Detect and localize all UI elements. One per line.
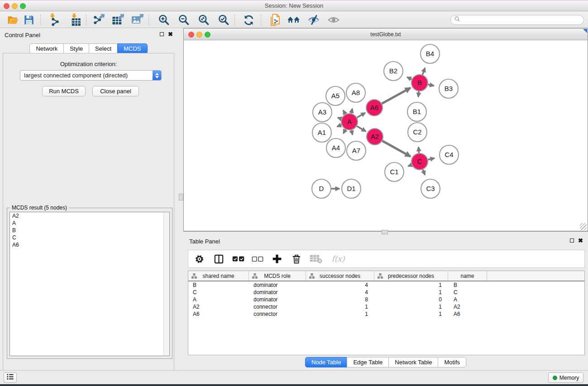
graph-node-B2[interactable]: B2 — [384, 62, 403, 81]
graph-node-C2[interactable]: C2 — [408, 123, 427, 142]
table-row[interactable]: A6connector11A6 — [188, 310, 584, 318]
zoom-in-icon[interactable] — [157, 13, 171, 27]
table-float-panel-icon[interactable] — [570, 238, 574, 243]
graph-node-A5[interactable]: A5 — [326, 86, 345, 105]
graph-edge-B-B4[interactable] — [422, 68, 425, 75]
graph-edge-A-A5[interactable] — [343, 110, 345, 114]
result-item[interactable]: A2 — [10, 212, 169, 219]
network-canvas[interactable]: B4B2BB3A8A5A6A3B1AA1C2A2A4A7C4CC1C3DD1 — [184, 40, 588, 231]
graph-node-A[interactable]: A — [341, 114, 358, 130]
tab-select[interactable]: Select — [89, 43, 118, 54]
network-window-titlebar[interactable]: testGlobe.txt — [184, 29, 588, 40]
column-header-name[interactable]: name — [448, 271, 487, 281]
graph-node-A3[interactable]: A3 — [313, 103, 332, 122]
tab-style[interactable]: Style — [63, 43, 89, 54]
search-input[interactable] — [462, 16, 583, 24]
result-item[interactable]: A6 — [10, 241, 169, 248]
graph-edge-B-B3[interactable] — [428, 85, 434, 86]
save-session-icon[interactable] — [22, 13, 36, 27]
graph-node-C4[interactable]: C4 — [440, 145, 459, 164]
graph-node-B1[interactable]: B1 — [407, 102, 426, 121]
delete-columns-icon[interactable] — [290, 252, 303, 266]
graph-node-A6[interactable]: A6 — [366, 100, 382, 116]
export-table-icon[interactable] — [111, 13, 126, 27]
tab-node-table[interactable]: Node Table — [305, 357, 348, 367]
graph-edge-A-A2[interactable] — [357, 126, 366, 132]
graph-edge-C-C1[interactable] — [408, 165, 412, 166]
column-header-predecessor-nodes[interactable]: predecessor nodes — [374, 271, 448, 281]
graph-node-B[interactable]: B — [411, 75, 428, 91]
tab-motifs[interactable]: Motifs — [438, 357, 466, 367]
export-image-icon[interactable] — [131, 13, 145, 27]
show-panels-button[interactable] — [4, 372, 17, 383]
graph-node-A7[interactable]: A7 — [347, 141, 366, 160]
table-row[interactable]: A2connector11A2 — [188, 303, 584, 310]
graph-edge-A-A1[interactable] — [337, 125, 342, 127]
graph-edge-C-C4[interactable] — [428, 158, 435, 159]
graph-edge-C-C2[interactable] — [419, 147, 419, 153]
tab-network-table[interactable]: Network Table — [388, 357, 438, 367]
graph-edge-A-A6[interactable] — [357, 113, 365, 117]
new-column-icon[interactable] — [271, 252, 283, 266]
deselect-all-icon[interactable] — [251, 252, 264, 266]
splitter-horizontal[interactable] — [183, 231, 588, 234]
table-row[interactable]: Adominator80A — [188, 296, 584, 303]
refresh-icon[interactable] — [241, 13, 256, 27]
graph-edge-B-B2[interactable] — [407, 77, 412, 79]
close-panel-icon[interactable]: ✖ — [168, 31, 173, 38]
graph-node-D[interactable]: D — [312, 179, 331, 198]
hide-selected-icon[interactable] — [306, 13, 321, 27]
import-table-icon[interactable] — [68, 13, 83, 27]
graph-edge-A-A8[interactable] — [351, 109, 352, 113]
tab-edge-table[interactable]: Edge Table — [347, 357, 389, 367]
float-panel-icon[interactable] — [160, 32, 164, 36]
graph-edge-C-C3[interactable] — [423, 170, 425, 175]
table-mode-icon[interactable] — [193, 252, 206, 266]
export-network-icon[interactable] — [92, 13, 106, 27]
resize-grip[interactable] — [580, 223, 587, 230]
result-scrollbar[interactable] — [163, 212, 169, 356]
graph-node-D1[interactable]: D1 — [342, 179, 361, 198]
run-mcds-button[interactable]: Run MCDS — [42, 86, 86, 96]
graph-node-C3[interactable]: C3 — [421, 179, 440, 198]
graph-node-A2[interactable]: A2 — [367, 129, 383, 145]
splitter-handle-vertical[interactable] — [179, 194, 183, 200]
result-item[interactable]: C — [10, 234, 169, 241]
open-session-icon[interactable] — [6, 13, 20, 27]
zoom-fit-icon[interactable] — [196, 13, 211, 27]
tab-mcds[interactable]: MCDS — [117, 43, 147, 54]
result-item[interactable]: A — [10, 219, 169, 227]
graph-node-A1[interactable]: A1 — [312, 123, 331, 142]
import-network-icon[interactable] — [47, 13, 61, 27]
graph-node-C[interactable]: C — [411, 153, 428, 170]
column-header-shared-name[interactable]: shared name — [188, 271, 249, 281]
graph-edge-A6-B[interactable] — [382, 88, 411, 104]
first-neighbors-icon[interactable] — [287, 13, 301, 27]
graph-edge-A-A7[interactable] — [351, 130, 352, 134]
zoom-selected-icon[interactable] — [216, 13, 231, 27]
show-all-icon[interactable] — [326, 13, 341, 27]
select-all-icon[interactable] — [232, 252, 244, 266]
close-panel-button[interactable]: Close panel — [92, 86, 139, 96]
table-close-panel-icon[interactable]: ✖ — [578, 237, 583, 244]
graph-node-A8[interactable]: A8 — [346, 83, 365, 102]
new-network-from-selection-icon[interactable] — [268, 13, 282, 27]
graph-node-B4[interactable]: B4 — [421, 44, 440, 63]
show-columns-icon[interactable] — [212, 252, 225, 266]
criterion-select[interactable]: largest connected component (directed) — [20, 70, 162, 81]
table-row[interactable]: Cdominator41C — [188, 289, 584, 296]
splitter-handle-horizontal[interactable] — [382, 230, 388, 234]
result-item[interactable]: B — [10, 227, 169, 234]
column-header-mcds-role[interactable]: MCDS role — [249, 271, 306, 281]
memory-button[interactable]: Memory — [548, 372, 583, 383]
graph-node-A4[interactable]: A4 — [326, 138, 345, 157]
graph-node-C1[interactable]: C1 — [385, 162, 404, 181]
graph-edge-A-A3[interactable] — [338, 118, 341, 119]
tab-network[interactable]: Network — [29, 43, 64, 54]
graph-edge-A-A4[interactable] — [344, 129, 346, 133]
graph-edge-A2-C[interactable] — [382, 141, 411, 157]
column-header-successor-nodes[interactable]: successor nodes — [306, 271, 374, 281]
zoom-out-icon[interactable] — [177, 13, 191, 27]
table-row[interactable]: Bdominator41B — [188, 281, 584, 289]
graph-node-B3[interactable]: B3 — [439, 79, 458, 98]
